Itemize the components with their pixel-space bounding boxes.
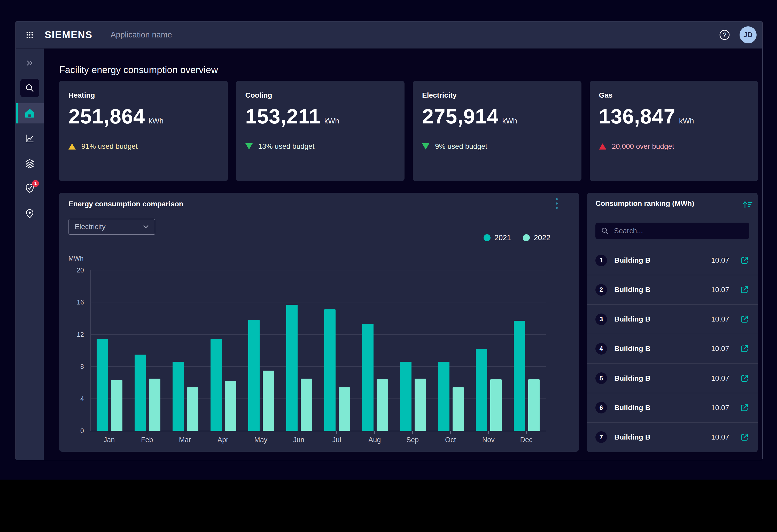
notification-badge: 1 (32, 180, 39, 187)
consumption-value: 10.07 (711, 286, 729, 294)
bar-group-oct (432, 270, 470, 431)
ranking-row-5[interactable]: 5Building B10.07 (587, 363, 758, 393)
bar-2021-nov[interactable] (476, 349, 487, 431)
bar-2022-jul[interactable] (339, 387, 350, 431)
consumption-value: 10.07 (711, 374, 729, 383)
sidebar-item-search[interactable] (20, 79, 39, 97)
building-name: Building B (614, 256, 650, 264)
kpi-status: 9% used budget (422, 142, 487, 151)
bar-2021-jun[interactable] (286, 305, 298, 431)
x-axis-label-oct: Oct (432, 436, 470, 444)
sidebar-item-home[interactable] (16, 103, 44, 123)
kpi-value-row: 153,211kWh (245, 105, 339, 128)
x-axis-tick (488, 431, 489, 434)
app-window: SIEMENS Application name ? JD (15, 21, 763, 460)
ranking-search-box (595, 223, 749, 239)
bar-group-jun (280, 270, 318, 431)
active-indicator-bar (16, 103, 18, 123)
building-name: Building B (614, 315, 650, 323)
kpi-status-text: 9% used budget (435, 142, 487, 151)
legend-dot-2021 (483, 234, 490, 241)
open-detail-button[interactable] (740, 373, 749, 383)
bar-2022-oct[interactable] (453, 387, 464, 431)
bar-2021-jan[interactable] (97, 339, 108, 431)
building-name: Building B (614, 433, 650, 441)
building-name: Building B (614, 345, 650, 353)
x-axis-tick (261, 431, 261, 434)
bar-2022-may[interactable] (263, 371, 274, 431)
y-tick-label: 12 (63, 331, 84, 338)
triangle-down-icon (422, 143, 429, 149)
building-name: Building B (614, 286, 650, 294)
bar-group-jul (318, 270, 356, 431)
sort-button[interactable] (740, 199, 752, 210)
bar-2022-jun[interactable] (301, 379, 312, 431)
sidebar-item-layers[interactable] (16, 156, 44, 171)
bar-2022-jan[interactable] (111, 380, 122, 431)
open-detail-button[interactable] (740, 314, 749, 324)
kpi-unit: kWh (679, 117, 694, 125)
rank-number-badge: 7 (595, 431, 607, 443)
app-launcher-grid-icon[interactable] (24, 29, 35, 40)
x-axis-label-jun: Jun (280, 436, 318, 444)
kpi-card-electricity: Electricity275,914kWh9% used budget (413, 81, 581, 181)
triangle-down-icon (245, 143, 253, 149)
open-detail-button[interactable] (740, 432, 749, 442)
bar-2021-jul[interactable] (324, 309, 336, 431)
x-axis-tick (185, 431, 185, 434)
user-avatar[interactable]: JD (740, 26, 757, 43)
bar-2021-mar[interactable] (173, 362, 184, 431)
ranking-row-1[interactable]: 1Building B10.07 (587, 246, 758, 275)
chevron-down-icon (143, 225, 149, 229)
kpi-status: 91% used budget (69, 142, 138, 151)
kpi-status: 13% used budget (245, 142, 315, 151)
help-button[interactable]: ? (718, 29, 731, 41)
building-name: Building B (614, 404, 650, 412)
external-link-icon (740, 432, 749, 442)
sidebar-expand-button[interactable] (16, 58, 44, 68)
kpi-value-row: 136,847kWh (599, 105, 694, 128)
bar-2022-aug[interactable] (376, 379, 388, 431)
x-axis-tick (147, 431, 147, 434)
ranking-row-2[interactable]: 2Building B10.07 (587, 275, 758, 304)
bar-2022-nov[interactable] (490, 379, 502, 431)
open-detail-button[interactable] (740, 255, 749, 265)
sidebar-item-compliance[interactable]: 1 (16, 180, 44, 196)
ranking-row-3[interactable]: 3Building B10.07 (587, 304, 758, 334)
bar-2022-dec[interactable] (528, 379, 540, 431)
bar-2022-feb[interactable] (149, 379, 160, 431)
kpi-value: 153,211 (245, 105, 321, 128)
open-detail-button[interactable] (740, 344, 749, 354)
open-detail-button[interactable] (740, 285, 749, 295)
ranking-row-6[interactable]: 6Building B10.07 (587, 393, 758, 422)
sidebar-item-locations[interactable] (16, 206, 44, 221)
kpi-value-row: 251,864kWh (69, 105, 163, 128)
open-detail-button[interactable] (740, 403, 749, 413)
sidebar-item-analytics[interactable] (16, 131, 44, 146)
bar-2022-mar[interactable] (187, 387, 198, 431)
bar-2022-sep[interactable] (415, 379, 426, 431)
bar-2021-sep[interactable] (400, 362, 412, 431)
bar-2021-dec[interactable] (514, 321, 525, 431)
energy-type-dropdown[interactable]: Electricity (69, 219, 155, 235)
external-link-icon (740, 285, 749, 295)
ranking-row-4[interactable]: 4Building B10.07 (587, 334, 758, 363)
ranking-row-7[interactable]: 7Building B10.07 (587, 422, 758, 452)
bar-2021-apr[interactable] (211, 339, 222, 431)
bar-2021-aug[interactable] (362, 324, 373, 431)
panel-options-button[interactable] (552, 197, 562, 213)
line-chart-icon (24, 133, 35, 144)
bar-2021-may[interactable] (248, 320, 259, 431)
bar-2021-oct[interactable] (438, 362, 449, 431)
search-input[interactable] (614, 227, 744, 235)
x-axis-tick (374, 431, 375, 434)
bar-2022-apr[interactable] (225, 381, 236, 431)
y-tick-label: 16 (63, 298, 84, 306)
bar-group-aug (356, 270, 394, 431)
rank-number-badge: 2 (595, 284, 607, 296)
search-icon (600, 227, 609, 235)
legend-label: 2022 (534, 234, 550, 242)
bar-2021-feb[interactable] (135, 355, 146, 431)
kpi-value: 275,914 (422, 105, 498, 128)
y-axis-unit-label: MWh (69, 255, 84, 262)
